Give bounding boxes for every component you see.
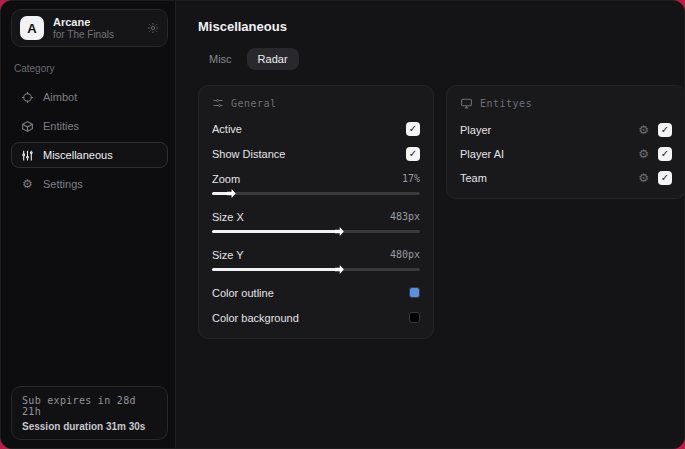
brand-card: A Arcane for The Finals bbox=[11, 9, 168, 47]
app-name: Arcane bbox=[53, 16, 138, 29]
tab-radar[interactable]: Radar bbox=[247, 48, 299, 70]
sidebar-item-aimbot[interactable]: Aimbot bbox=[11, 84, 168, 110]
subscription-card: Sub expires in 28d 21h Session duration … bbox=[11, 386, 168, 440]
session-duration-text: Session duration 31m 30s bbox=[22, 421, 157, 432]
app-window: A Arcane for The Finals Category bbox=[0, 0, 685, 449]
team-settings-gear-icon[interactable]: ⚙ bbox=[638, 172, 649, 184]
size-y-slider[interactable] bbox=[212, 264, 420, 274]
sidebar-nav: Aimbot Entities Miscel bbox=[11, 84, 168, 197]
sidebar-item-label: Miscellaneous bbox=[43, 149, 113, 161]
app-subtitle: for The Finals bbox=[53, 29, 138, 41]
row-color-background: Color background bbox=[212, 310, 420, 325]
row-player: Player ⚙ ✓ bbox=[460, 122, 672, 137]
player-ai-checkbox[interactable]: ✓ bbox=[658, 147, 672, 161]
team-checkbox[interactable]: ✓ bbox=[658, 171, 672, 185]
entities-panel: Entityes Player ⚙ ✓ Player AI ⚙ ✓ bbox=[446, 85, 685, 199]
player-checkbox[interactable]: ✓ bbox=[658, 123, 672, 137]
sidebar: A Arcane for The Finals Category bbox=[1, 1, 176, 448]
row-color-outline: Color outline bbox=[212, 285, 420, 300]
sidebar-item-label: Aimbot bbox=[43, 91, 77, 103]
page-title: Miscellaneous bbox=[198, 19, 685, 34]
size-x-slider-thumb[interactable] bbox=[335, 227, 344, 236]
size-x-slider[interactable] bbox=[212, 226, 420, 236]
sliders-horizontal-icon bbox=[212, 97, 224, 109]
cube-icon bbox=[21, 120, 34, 133]
gear-icon: ⚙ bbox=[21, 178, 34, 190]
row-zoom: Zoom 17% bbox=[212, 171, 420, 186]
tab-bar: Misc Radar bbox=[198, 48, 685, 70]
player-ai-settings-gear-icon[interactable]: ⚙ bbox=[638, 148, 649, 160]
size-x-value: 483px bbox=[390, 211, 420, 222]
sidebar-item-label: Entities bbox=[43, 120, 79, 132]
row-show-distance: Show Distance ✓ bbox=[212, 146, 420, 161]
zoom-slider-thumb[interactable] bbox=[227, 189, 236, 198]
entities-panel-title: Entityes bbox=[480, 98, 532, 109]
size-y-value: 480px bbox=[390, 249, 420, 260]
main-content: Miscellaneous Misc Radar General bbox=[176, 1, 685, 448]
category-label: Category bbox=[14, 63, 168, 74]
brand-gear-icon[interactable] bbox=[147, 22, 159, 34]
sidebar-item-entities[interactable]: Entities bbox=[11, 113, 168, 139]
color-outline-swatch[interactable] bbox=[409, 287, 420, 298]
zoom-value: 17% bbox=[402, 173, 420, 184]
zoom-slider[interactable] bbox=[212, 188, 420, 198]
row-player-ai: Player AI ⚙ ✓ bbox=[460, 146, 672, 161]
row-team: Team ⚙ ✓ bbox=[460, 170, 672, 185]
player-settings-gear-icon[interactable]: ⚙ bbox=[638, 124, 649, 136]
sliders-icon bbox=[21, 149, 34, 162]
show-distance-checkbox[interactable]: ✓ bbox=[406, 147, 420, 161]
general-panel: General Active ✓ Show Distance ✓ Zoom 17… bbox=[198, 85, 434, 339]
sidebar-item-label: Settings bbox=[43, 178, 83, 190]
sidebar-item-settings[interactable]: ⚙ Settings bbox=[11, 171, 168, 197]
size-y-slider-thumb[interactable] bbox=[335, 265, 344, 274]
general-panel-title: General bbox=[231, 98, 277, 109]
row-size-y: Size Y 480px bbox=[212, 247, 420, 262]
app-logo: A bbox=[20, 16, 44, 40]
row-size-x: Size X 483px bbox=[212, 209, 420, 224]
crosshair-icon bbox=[21, 91, 34, 104]
active-checkbox[interactable]: ✓ bbox=[406, 122, 420, 136]
row-active: Active ✓ bbox=[212, 121, 420, 136]
sidebar-item-miscellaneous[interactable]: Miscellaneous bbox=[11, 142, 168, 168]
color-background-swatch[interactable] bbox=[409, 312, 420, 323]
tab-misc[interactable]: Misc bbox=[198, 48, 243, 70]
monitor-icon bbox=[460, 97, 473, 110]
sub-expires-text: Sub expires in 28d 21h bbox=[22, 395, 157, 417]
